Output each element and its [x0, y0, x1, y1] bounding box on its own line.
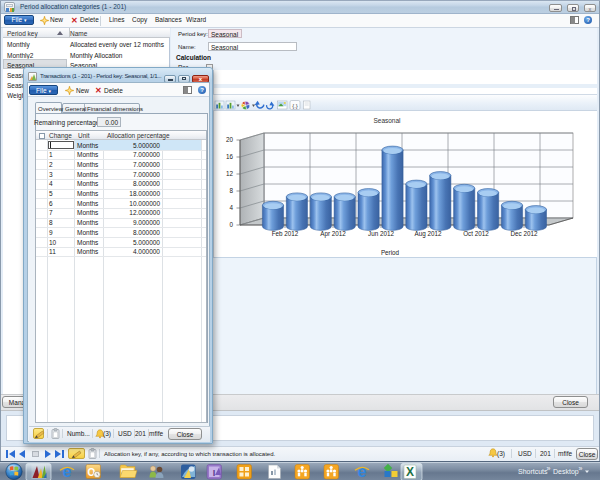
svg-text:»: » — [579, 465, 583, 472]
svg-text:Aug 2012: Aug 2012 — [415, 230, 442, 238]
svg-text:e: e — [63, 463, 72, 480]
svg-text:Apr 2012: Apr 2012 — [320, 230, 346, 238]
svg-text:20: 20 — [226, 136, 234, 143]
svg-text:{.}: {.} — [292, 103, 298, 109]
svg-text:X: X — [406, 465, 414, 479]
svg-text:Desktop: Desktop — [553, 468, 579, 476]
svg-text:Period: Period — [381, 249, 400, 256]
svg-text:16: 16 — [226, 153, 234, 160]
svg-text:Seasonal: Seasonal — [373, 117, 401, 124]
svg-text:I: I — [213, 468, 216, 478]
svg-text:e: e — [358, 463, 367, 480]
svg-text:Oct 2012: Oct 2012 — [463, 230, 489, 237]
svg-text:12: 12 — [226, 170, 234, 177]
svg-text:8: 8 — [229, 187, 233, 194]
svg-text:Shortcuts: Shortcuts — [518, 468, 548, 475]
svg-text:»: » — [547, 465, 551, 472]
svg-text:0: 0 — [229, 221, 233, 228]
svg-text:4: 4 — [229, 204, 233, 211]
